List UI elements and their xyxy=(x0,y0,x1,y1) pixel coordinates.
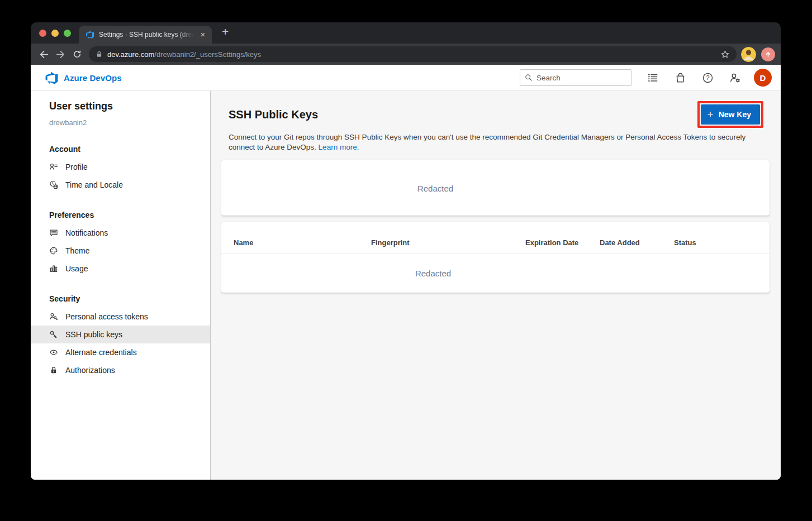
sidebar-item-label: Personal access tokens xyxy=(65,312,148,321)
tab-title: Settings · SSH public keys (drew xyxy=(99,31,194,39)
sidebar-item-authorizations[interactable]: Authorizations xyxy=(31,361,210,379)
browser-toolbar: dev.azure.com/drewbanin2/_usersSettings/… xyxy=(31,44,781,65)
page-title: SSH Public Keys xyxy=(229,108,318,121)
table-header-expiration-date: Expiration Date xyxy=(525,238,578,247)
azure-devops-logo-icon xyxy=(45,71,59,85)
browser-update-icon[interactable] xyxy=(761,47,775,61)
table-header-fingerprint: Fingerprint xyxy=(371,238,410,247)
brand-name: Azure DevOps xyxy=(64,73,122,83)
user-settings-gear-icon[interactable] xyxy=(729,71,741,84)
sidebar-item-label: Authorizations xyxy=(65,366,115,375)
task-list-icon[interactable] xyxy=(647,71,659,84)
main-content: SSH Public Keys + New Key Connect to you… xyxy=(211,91,781,480)
usage-icon xyxy=(49,264,58,273)
authorizations-icon xyxy=(49,366,58,375)
azure-devops-brand[interactable]: Azure DevOps xyxy=(45,71,122,85)
theme-icon xyxy=(49,246,58,255)
browser-tab-strip: Settings · SSH public keys (drew × + xyxy=(31,22,781,44)
sidebar-heading-security: Security xyxy=(49,293,210,304)
table-header-name: Name xyxy=(234,238,253,247)
redacted-placeholder: Redacted xyxy=(415,269,451,278)
new-key-button-label: New Key xyxy=(719,110,751,119)
profile-icon xyxy=(49,162,58,171)
ssh-keys-table-card: Name Fingerprint Expiration Date Date Ad… xyxy=(221,222,770,293)
page-description: Connect to your Git repos through SSH Pu… xyxy=(229,132,761,152)
sidebar-item-personal-access-tokens[interactable]: Personal access tokens xyxy=(31,308,210,326)
account-avatar[interactable]: D xyxy=(754,69,772,87)
ssh-add-key-card: Redacted xyxy=(221,160,770,216)
url-path: /drewbanin2/_usersSettings/keys xyxy=(154,50,261,59)
ssh-public-keys-icon xyxy=(49,330,58,339)
sidebar-item-usage[interactable]: Usage xyxy=(31,260,210,278)
azure-devops-favicon xyxy=(86,30,94,39)
sidebar-item-alternate-credentials[interactable]: Alternate credentials xyxy=(31,343,210,361)
tab-close-icon[interactable]: × xyxy=(198,30,207,39)
sidebar-item-label: SSH public keys xyxy=(65,330,122,339)
new-key-button[interactable]: + New Key xyxy=(701,104,760,125)
sidebar-username: drewbanin2 xyxy=(49,118,210,128)
title-row: SSH Public Keys + New Key xyxy=(229,101,763,128)
table-header-date-added: Date Added xyxy=(600,238,640,247)
macos-traffic-lights xyxy=(39,30,71,37)
table-header-status: Status xyxy=(674,238,696,247)
forward-icon[interactable] xyxy=(52,46,69,63)
browser-profile-avatar[interactable] xyxy=(741,47,756,62)
url-text: dev.azure.com/drewbanin2/_usersSettings/… xyxy=(107,50,716,59)
azure-devops-header: Azure DevOps xyxy=(31,65,781,91)
browser-tab[interactable]: Settings · SSH public keys (drew × xyxy=(79,26,212,44)
browser-window: Settings · SSH public keys (drew × + xyxy=(31,22,781,480)
search-box[interactable] xyxy=(520,69,631,86)
reload-icon[interactable] xyxy=(69,46,86,63)
redacted-placeholder: Redacted xyxy=(417,183,453,193)
new-tab-button[interactable]: + xyxy=(222,28,229,36)
personal-access-tokens-icon xyxy=(49,312,58,321)
page-body: User settings drewbanin2 Account Profile xyxy=(31,91,781,480)
sidebar-item-label: Profile xyxy=(65,162,88,171)
sidebar-item-notifications[interactable]: Notifications xyxy=(31,224,210,242)
screenshot-frame: Settings · SSH public keys (drew × + xyxy=(0,0,812,521)
minimize-window-button[interactable] xyxy=(51,30,59,37)
sidebar-item-ssh-public-keys[interactable]: SSH public keys xyxy=(31,326,210,343)
sidebar-title: User settings xyxy=(49,100,210,112)
sidebar-item-label: Alternate credentials xyxy=(65,348,137,357)
sidebar-item-theme[interactable]: Theme xyxy=(31,242,210,260)
alternate-credentials-icon xyxy=(49,348,58,357)
close-window-button[interactable] xyxy=(39,30,46,37)
time-locale-icon xyxy=(49,180,58,189)
plus-icon: + xyxy=(707,109,714,120)
sidebar-item-label: Theme xyxy=(65,246,90,255)
sidebar-item-label: Notifications xyxy=(65,228,108,237)
search-icon xyxy=(525,74,533,82)
sidebar-item-profile[interactable]: Profile xyxy=(31,158,210,176)
settings-sidebar: User settings drewbanin2 Account Profile xyxy=(31,91,211,480)
zoom-window-button[interactable] xyxy=(64,30,71,37)
bookmark-star-icon[interactable] xyxy=(720,50,730,59)
notifications-icon xyxy=(49,228,58,237)
header-actions: ? D xyxy=(520,69,772,87)
learn-more-link[interactable]: Learn more. xyxy=(319,143,359,151)
web-page: Azure DevOps xyxy=(31,65,781,480)
sidebar-item-label: Time and Locale xyxy=(65,180,123,189)
svg-text:?: ? xyxy=(706,74,709,81)
url-domain: dev.azure.com xyxy=(107,50,154,59)
table-header-row: Name Fingerprint Expiration Date Date Ad… xyxy=(221,222,770,254)
description-text: Connect to your Git repos through SSH Pu… xyxy=(229,133,745,151)
sidebar-heading-preferences: Preferences xyxy=(49,209,210,221)
marketplace-bag-icon[interactable] xyxy=(674,71,686,84)
sidebar-heading-account: Account xyxy=(49,144,210,155)
annotation-highlight: + New Key xyxy=(697,101,763,128)
lock-icon xyxy=(96,51,103,58)
address-bar[interactable]: dev.azure.com/drewbanin2/_usersSettings/… xyxy=(89,46,737,62)
search-input[interactable] xyxy=(536,74,626,82)
help-icon[interactable]: ? xyxy=(701,71,714,84)
sidebar-item-label: Usage xyxy=(65,264,88,273)
sidebar-item-time-and-locale[interactable]: Time and Locale xyxy=(31,176,210,194)
table-body: Redacted xyxy=(221,254,770,292)
back-icon[interactable] xyxy=(35,46,52,63)
